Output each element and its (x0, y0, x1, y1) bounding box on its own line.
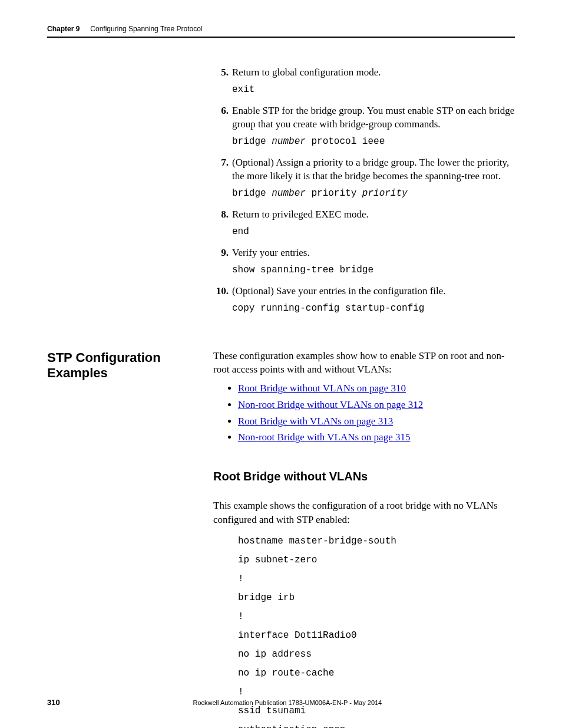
subsection-heading: Root Bridge without VLANs (213, 468, 515, 485)
step-10: 10. (Optional) Save your entries in the … (213, 285, 515, 298)
step-8: 8. Return to privileged EXEC mode. (213, 208, 515, 222)
step-9-command: show spanning-tree bridge (232, 265, 515, 275)
step-text: Verify your entries. (232, 246, 515, 260)
step-number: 10. (213, 285, 229, 298)
subsection-intro: This example shows the configuration of … (213, 499, 515, 527)
step-text: Return to global configuration mode. (232, 66, 515, 80)
example-links-list: Root Bridge without VLANs on page 310 No… (238, 381, 515, 444)
step-number: 6. (213, 104, 229, 131)
step-number: 8. (213, 208, 229, 222)
list-item: Non-root Bridge without VLANs on page 31… (238, 398, 515, 412)
link-root-no-vlan[interactable]: Root Bridge without VLANs on page 310 (238, 383, 406, 394)
section-heading: STP Configuration Examples (47, 349, 213, 381)
step-text: Return to privileged EXEC mode. (232, 208, 515, 222)
step-5-command: exit (232, 84, 515, 95)
step-9: 9. Verify your entries. (213, 246, 515, 260)
chapter-label: Chapter 9 (47, 25, 80, 33)
list-item: Root Bridge without VLANs on page 310 (238, 381, 515, 396)
list-item: Root Bridge with VLANs on page 313 (238, 414, 515, 429)
link-nonroot-no-vlan[interactable]: Non-root Bridge without VLANs on page 31… (238, 399, 423, 410)
publication-info: Rockwell Automation Publication 1783-UM0… (60, 699, 515, 706)
section-body: These configuration examples show how to… (213, 349, 515, 729)
step-5: 5. Return to global configuration mode. (213, 66, 515, 80)
step-10-command: copy running-config startup-config (232, 303, 515, 314)
step-6: 6. Enable STP for the bridge group. You … (213, 104, 515, 131)
section-examples: STP Configuration Examples These configu… (47, 349, 515, 729)
page-footer: 310 Rockwell Automation Publication 1783… (47, 698, 515, 707)
step-number: 9. (213, 246, 229, 260)
step-text: (Optional) Save your entries in the conf… (232, 285, 515, 298)
step-6-command: bridge number protocol ieee (232, 136, 515, 147)
list-item: Non-root Bridge with VLANs on page 315 (238, 430, 515, 444)
chapter-title: Configuring Spanning Tree Protocol (90, 25, 202, 33)
step-number: 5. (213, 66, 229, 80)
link-root-vlan[interactable]: Root Bridge with VLANs on page 313 (238, 416, 393, 427)
section-intro: These configuration examples show how to… (213, 349, 515, 377)
link-nonroot-vlan[interactable]: Non-root Bridge with VLANs on page 315 (238, 431, 410, 443)
step-8-command: end (232, 226, 515, 237)
step-7-command: bridge number priority priority (232, 188, 515, 199)
step-text: (Optional) Assign a priority to a bridge… (232, 156, 515, 183)
page-header: Chapter 9 Configuring Spanning Tree Prot… (47, 25, 515, 38)
page-number: 310 (47, 698, 60, 707)
steps-block: 5. Return to global configuration mode. … (47, 66, 515, 314)
step-7: 7. (Optional) Assign a priority to a bri… (213, 156, 515, 183)
step-text: Enable STP for the bridge group. You mus… (232, 104, 515, 131)
step-number: 7. (213, 156, 229, 183)
